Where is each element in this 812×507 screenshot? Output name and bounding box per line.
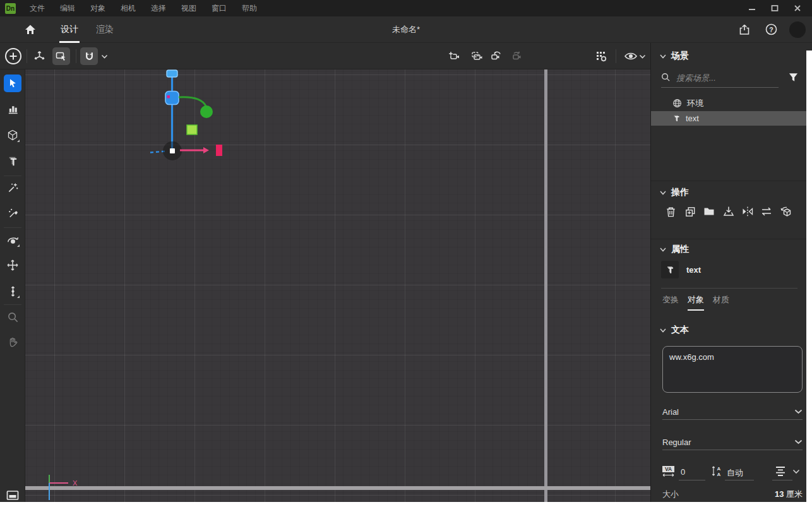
svg-text:A: A [717,466,721,472]
home-icon[interactable] [18,16,43,43]
scene-collapse-chevron-icon[interactable] [660,54,666,59]
titlebar: 设计 渲染 未命名* ? [0,16,812,43]
minimize-icon[interactable] [745,3,759,14]
pan-tool-icon[interactable] [4,256,21,274]
scene-item-environment[interactable]: 环境 [651,96,807,110]
size-unit: 厘米 [786,489,803,499]
align-options-chevron-icon[interactable] [792,469,800,474]
scene-item-text[interactable]: text [651,111,807,126]
hand-tool-icon [4,333,21,351]
delete-icon[interactable] [664,205,678,218]
search-icon [661,73,671,82]
help-icon[interactable]: ? [763,21,779,38]
text-object-icon [666,265,675,275]
scene-panel-title: 场景 [671,51,689,62]
font-weight-select[interactable]: Regular [662,434,803,450]
text-collapse-chevron-icon[interactable] [660,328,666,333]
eyedropper-tool-icon[interactable] [4,204,21,222]
gizmo-y-arrow-cap [167,70,177,77]
svg-text:VA: VA [665,466,672,472]
svg-text:A: A [717,472,721,477]
font-weight-value: Regular [662,438,794,447]
menu-file[interactable]: 文件 [22,0,52,16]
orbit-tool-icon[interactable] [4,231,21,249]
x-axis-label: X [73,479,78,487]
swap-icon[interactable] [760,205,773,218]
view-options-chevron-icon[interactable] [636,47,648,65]
tab-transform[interactable]: 变换 [662,294,679,306]
transform-gizmo[interactable] [139,69,265,177]
render-queue-icon[interactable] [4,486,21,504]
primitive-cube-tool-icon[interactable] [4,126,21,144]
add-camera-icon[interactable] [445,47,463,65]
menu-edit[interactable]: 编辑 [52,0,83,16]
page-margin-bottom [0,502,812,507]
font-family-value: Arial [662,407,794,417]
text-3d-tool-icon[interactable] [4,152,21,170]
duplicate-icon[interactable] [683,205,697,218]
menubar: Dn 文件 编辑 对象 相机 选择 视图 窗口 帮助 [0,0,812,16]
tab-design[interactable]: 设计 [52,16,87,43]
selected-object-name: text [686,265,701,275]
app-logo: Dn [5,3,16,14]
app-window: Dn 文件 编辑 对象 相机 选择 视图 窗口 帮助 设计 渲染 未命名* [0,0,812,507]
actions-collapse-chevron-icon[interactable] [660,191,666,195]
leading-icon: AA [712,465,724,477]
select-mode-button[interactable] [52,47,70,65]
magic-wand-tool-icon[interactable] [4,179,21,196]
dolly-tool-icon[interactable] [4,282,21,300]
reset-orientation-icon[interactable] [779,205,793,218]
text-content-input[interactable]: ww.x6g.com [662,346,803,393]
font-family-select[interactable]: Arial [662,404,803,419]
properties-panel-title: 属性 [671,244,689,255]
maximize-icon[interactable] [768,3,782,14]
document-title: 未命名* [392,16,420,43]
right-panel: 场景 环境 text 操作 [650,43,812,507]
text-section-title: 文本 [671,325,689,336]
menu-select[interactable]: 选择 [143,0,174,16]
snap-magnet-button[interactable] [80,47,98,65]
menu-camera[interactable]: 相机 [113,0,143,16]
scene-search-input[interactable] [676,71,777,85]
share-icon[interactable] [736,21,753,38]
avatar[interactable] [789,21,806,38]
sync-camera-icon [508,47,526,65]
menu-window[interactable]: 窗口 [204,0,234,16]
leading-value-input[interactable]: 自动 [727,467,743,479]
close-icon[interactable] [791,3,804,14]
mirror-icon[interactable] [741,205,755,218]
chevron-down-icon [794,439,803,444]
snap-options-chevron-icon[interactable] [99,47,110,65]
zoom-tool-icon [4,308,21,326]
assets-tool-icon[interactable] [4,100,21,117]
text-align-icon[interactable] [775,466,786,477]
drop-to-ground-icon[interactable] [722,205,736,218]
globe-icon [672,98,682,108]
add-content-button[interactable] [5,48,21,64]
render-settings-icon[interactable] [592,47,610,65]
menu-object[interactable]: 对象 [83,0,113,16]
tab-material[interactable]: 材质 [713,294,729,306]
tracking-value-input[interactable]: 0 [681,467,685,477]
gizmo-rotate-handle [200,105,213,118]
viewport-canvas[interactable]: X X [25,69,650,507]
size-value: 13 [775,489,784,499]
properties-collapse-chevron-icon[interactable] [660,248,666,252]
scene-item-label: text [686,114,699,123]
svg-text:?: ? [769,26,773,33]
tab-render[interactable]: 渲染 [87,16,122,43]
group-folder-icon[interactable] [702,205,716,218]
bookmark-camera-icon[interactable] [467,47,485,65]
filter-icon[interactable] [788,72,799,83]
gizmo-scale-handle [187,125,197,134]
page-margin-right [806,51,812,507]
size-label: 大小 [662,489,679,500]
menu-view[interactable]: 视图 [174,0,204,16]
move-objects-icon[interactable] [30,47,48,65]
tab-object[interactable]: 对象 [688,294,704,306]
menu-help[interactable]: 帮助 [234,0,265,16]
select-tool-icon[interactable] [4,75,21,92]
revert-camera-icon[interactable] [487,47,505,65]
actions-panel-title: 操作 [671,187,689,198]
scene-item-label: 环境 [687,98,703,109]
